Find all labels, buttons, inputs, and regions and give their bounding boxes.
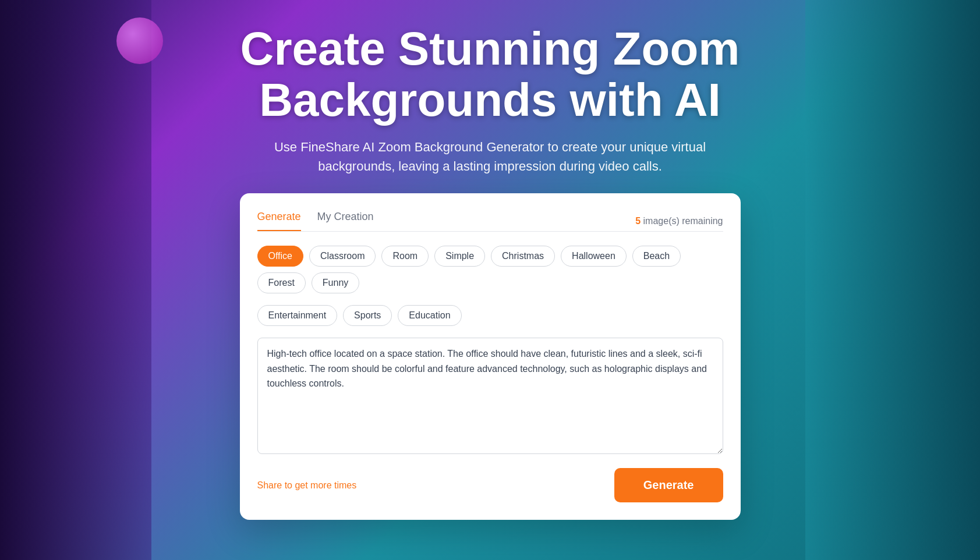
tag-halloween[interactable]: Halloween (561, 246, 627, 267)
hero-subtitle: Use FineShare AI Zoom Background Generat… (243, 137, 738, 176)
tag-classroom[interactable]: Classroom (309, 246, 376, 267)
remaining-count: 5 image(s) remaining (635, 216, 723, 226)
tabs-container: Generate My Creation 5 image(s) remainin… (257, 211, 723, 232)
tag-office[interactable]: Office (257, 246, 304, 267)
tag-christmas[interactable]: Christmas (491, 246, 555, 267)
tab-generate[interactable]: Generate (257, 211, 301, 231)
tag-entertainment[interactable]: Entertainment (257, 305, 338, 326)
tab-my-creation[interactable]: My Creation (317, 211, 374, 231)
tag-room[interactable]: Room (381, 246, 429, 267)
remaining-label: image(s) remaining (643, 216, 723, 226)
hero-title: Create Stunning Zoom Backgrounds with AI (228, 23, 752, 126)
tag-funny[interactable]: Funny (312, 272, 359, 293)
page-content: Create Stunning Zoom Backgrounds with AI… (0, 0, 980, 560)
tags-row-2: Entertainment Sports Education (257, 305, 723, 326)
generate-button[interactable]: Generate (614, 468, 723, 502)
tag-education[interactable]: Education (398, 305, 461, 326)
remaining-number: 5 (635, 216, 641, 226)
share-link[interactable]: Share to get more times (257, 480, 357, 491)
main-card: Generate My Creation 5 image(s) remainin… (240, 193, 741, 520)
tag-beach[interactable]: Beach (632, 246, 681, 267)
tag-simple[interactable]: Simple (434, 246, 485, 267)
prompt-textarea[interactable] (257, 338, 723, 454)
tag-sports[interactable]: Sports (343, 305, 392, 326)
tags-row: Office Classroom Room Simple Christmas H… (257, 246, 723, 293)
card-footer: Share to get more times Generate (257, 468, 723, 502)
tag-forest[interactable]: Forest (257, 272, 306, 293)
